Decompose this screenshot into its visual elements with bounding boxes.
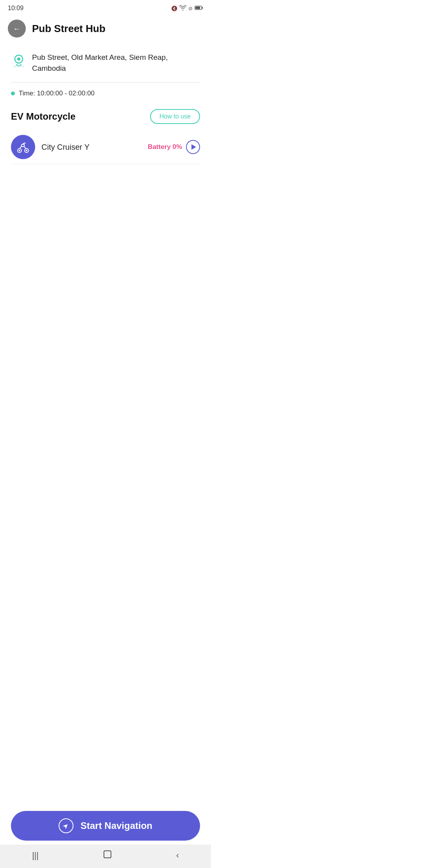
divider [11,82,200,82]
play-button[interactable] [186,140,200,154]
section-title: EV Motorcycle [11,111,75,122]
time-dot-icon [11,91,15,95]
vehicle-card: City Cruiser Y Battery 0% [11,131,200,164]
status-bar: 10:09 🔇 ⊘ [0,0,211,16]
top-bar: ← Pub Street Hub [0,16,211,43]
status-time: 10:09 [8,5,23,12]
page-title: Pub Street Hub [32,23,106,35]
back-button[interactable]: ← [8,20,26,38]
location-icon [11,53,27,70]
content-area: Pub Street, Old Market Area, Siem Reap, … [0,43,211,168]
battery-info: Battery 0% [148,140,200,154]
location-row: Pub Street, Old Market Area, Siem Reap, … [11,47,200,81]
svg-point-8 [26,150,27,151]
no-signal-icon: ⊘ [188,5,193,11]
time-row: Time: 10:00:00 - 02:00:00 [11,88,200,105]
section-header: EV Motorcycle How to use [11,105,200,131]
svg-point-4 [17,57,20,61]
back-arrow-icon: ← [13,25,21,32]
svg-point-7 [19,150,20,151]
svg-rect-1 [202,7,203,9]
vehicle-name: City Cruiser Y [41,143,141,152]
wifi-icon [179,5,186,12]
status-icons: 🔇 ⊘ [171,5,203,12]
vehicle-icon-wrap [11,135,35,159]
how-to-use-button[interactable]: How to use [150,109,200,124]
location-text: Pub Street, Old Market Area, Siem Reap, … [32,52,200,74]
mute-icon: 🔇 [171,5,177,11]
svg-rect-2 [195,6,200,9]
play-triangle-icon [191,144,196,150]
battery-label: Battery 0% [148,143,182,151]
time-text: Time: 10:00:00 - 02:00:00 [19,90,95,97]
battery-icon [195,5,203,11]
